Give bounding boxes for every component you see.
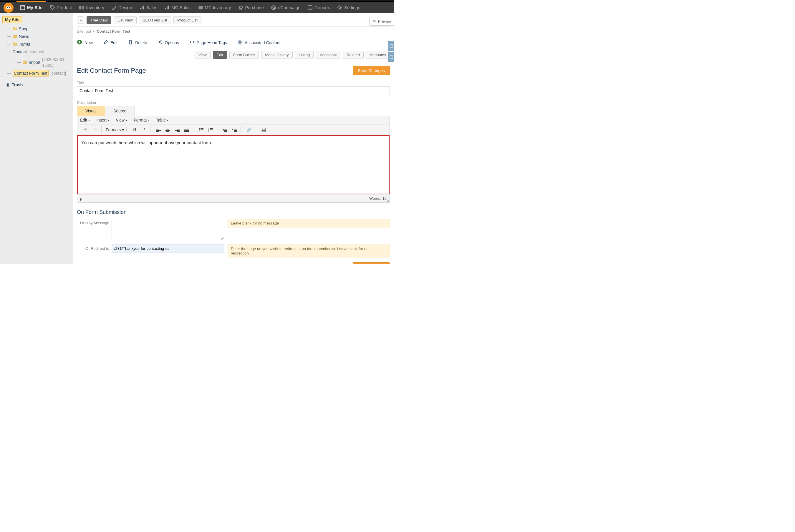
bullet-list-icon[interactable] [197, 126, 205, 133]
nav-product[interactable]: Product [46, 2, 76, 13]
subtab-related[interactable]: Related [343, 51, 364, 59]
tree-label: Contact Form Test [13, 70, 49, 76]
align-justify-icon[interactable] [183, 126, 190, 133]
redirect-input[interactable] [112, 245, 224, 252]
action-page-head-tags[interactable]: Page Head Tags [190, 39, 227, 45]
formats-dropdown[interactable]: Formats ▾ [106, 128, 124, 132]
tree-item-import[interactable]: ├─Import [2020-03-31 15:28] [5, 56, 71, 69]
save-button[interactable]: Save Changes [353, 66, 390, 75]
tree-item-shop[interactable]: ├─Shop [5, 25, 71, 33]
viewbtn-tree-view[interactable]: Tree View [87, 16, 111, 24]
tree-label: Import [29, 59, 41, 65]
main-panel: » Tree ViewList ViewSEO Field ListProduc… [73, 13, 394, 264]
image-icon[interactable] [259, 126, 267, 133]
nav-mc-sales[interactable]: MC Sales [161, 2, 194, 13]
nav-my-site[interactable]: My Site [17, 2, 46, 13]
nav-ecampaign[interactable]: eCampaign [267, 2, 304, 13]
viewbtn-product-list[interactable]: Product List [173, 16, 201, 24]
trash-label: Trash [12, 82, 23, 88]
nav-reports[interactable]: Reports [304, 2, 334, 13]
svg-point-17 [339, 7, 341, 8]
align-right-icon[interactable] [173, 126, 181, 133]
action-options[interactable]: Options [158, 39, 179, 45]
subtab-form-builder[interactable]: Form Builder [229, 51, 259, 59]
pencil-icon [103, 40, 108, 45]
nav-mc-inventory[interactable]: MC Inventory [194, 2, 234, 13]
svg-point-19 [159, 41, 161, 43]
viewbtn-list-view[interactable]: List View [114, 16, 136, 24]
tab-visual[interactable]: Visual [77, 106, 105, 116]
undo-icon[interactable]: ↶ [82, 126, 90, 133]
breadcrumb-root[interactable]: Site root [77, 29, 91, 34]
nav-settings[interactable]: Settings [334, 2, 364, 13]
numbered-list-icon[interactable]: 123 [207, 126, 214, 133]
side-sticky-1[interactable] [388, 41, 394, 51]
svg-text:3: 3 [208, 131, 209, 132]
trash-item[interactable]: 🗑 Trash [5, 81, 71, 89]
tree-line: └─ [6, 70, 11, 76]
tree-item-contact[interactable]: ├─Contact [contact] [5, 48, 71, 56]
action-edit[interactable]: Edit [103, 39, 117, 45]
nav-label: MC Sales [171, 5, 190, 10]
nav-purchase[interactable]: Purchase [234, 2, 267, 13]
menu-format[interactable]: Format ▾ [134, 118, 149, 122]
indent-icon[interactable] [230, 126, 238, 133]
chevron-right-icon: ▸ [93, 29, 95, 34]
subtab-media-gallery[interactable]: Media Gallery [261, 51, 292, 59]
menu-insert[interactable]: Insert ▾ [96, 118, 109, 122]
subtab-attributes[interactable]: Attributes [366, 51, 390, 59]
caret-down-icon: ▾ [167, 119, 168, 122]
save-button-bottom[interactable]: Save Changes [353, 262, 390, 264]
action-delete[interactable]: Delete [128, 39, 147, 45]
svg-rect-32 [390, 44, 393, 48]
app-logo-icon[interactable] [3, 3, 14, 13]
menu-table[interactable]: Table ▾ [156, 118, 168, 122]
svg-point-3 [9, 7, 10, 8]
align-center-icon[interactable] [164, 126, 172, 133]
breadcrumb: Site root ▸ Contact Form Test [77, 29, 390, 34]
viewbtn-seo-field-list[interactable]: SEO Field List [139, 16, 171, 24]
preview-button[interactable]: 👁 Preview [369, 17, 394, 25]
cart-icon [238, 5, 243, 10]
redo-icon[interactable]: ↷ [91, 126, 99, 133]
tree-item-news[interactable]: ├─News [5, 33, 71, 40]
expand-panel-button[interactable]: » [77, 17, 84, 24]
editor-body[interactable]: You can put words here which will appear… [77, 135, 390, 194]
outdent-icon[interactable] [221, 126, 229, 133]
separator [77, 26, 390, 27]
svg-rect-20 [238, 40, 240, 42]
subtab-view[interactable]: View [195, 51, 210, 59]
action-associated-content[interactable]: Associated Content [238, 39, 280, 45]
tree-label: Contact [13, 49, 27, 55]
editor-path[interactable]: p [80, 196, 82, 201]
eye-icon: 👁 [372, 19, 376, 23]
nav-sales[interactable]: Sales [136, 2, 161, 13]
svg-rect-33 [390, 56, 393, 59]
subtab-edit[interactable]: Edit [213, 51, 227, 59]
action-new[interactable]: New [77, 39, 93, 45]
subtab-additional[interactable]: Additional [316, 51, 340, 59]
side-sticky-2[interactable] [388, 52, 394, 62]
nav-label: Design [118, 5, 132, 10]
link-icon[interactable]: 🔗 [245, 126, 253, 133]
menu-edit[interactable]: Edit ▾ [80, 118, 90, 122]
nav-label: My Site [27, 5, 43, 10]
display-message-textarea[interactable] [112, 219, 224, 240]
sidebar: My Site ├─Shop├─News├─Terms├─Contact [co… [0, 13, 73, 264]
resize-handle-icon[interactable]: ◢ [387, 198, 389, 202]
folder-icon [13, 41, 17, 47]
subtab-listing[interactable]: Listing [295, 51, 314, 59]
title-label: Title [77, 81, 390, 85]
bold-icon[interactable]: B [131, 126, 138, 133]
sidebar-heading[interactable]: My Site [2, 16, 22, 23]
tab-source[interactable]: Source [105, 106, 134, 116]
nav-design[interactable]: Design [108, 2, 136, 13]
tree-item-terms[interactable]: ├─Terms [5, 40, 71, 48]
italic-icon[interactable]: I [140, 126, 148, 133]
tree-item-contact-form-test[interactable]: └─Contact Form Test [contact] [5, 69, 71, 77]
title-input[interactable] [77, 86, 390, 95]
menu-view[interactable]: View ▾ [116, 118, 127, 122]
align-left-icon[interactable] [154, 126, 162, 133]
nav-inventory[interactable]: Inventory [75, 2, 108, 13]
formats-label: Formats [106, 128, 121, 132]
